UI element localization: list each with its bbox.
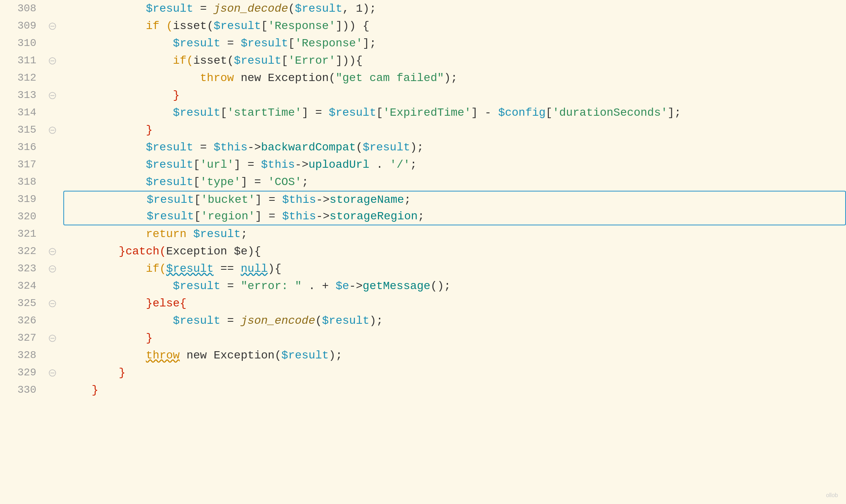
token: 'bucket' <box>201 191 255 208</box>
token: $result <box>281 347 329 364</box>
token: return <box>146 225 187 243</box>
line-number: 325 <box>0 295 40 312</box>
token: 'durationSeconds' <box>552 104 668 121</box>
token: $result <box>173 312 221 329</box>
token: ]; <box>363 35 376 52</box>
token: $result <box>146 139 194 156</box>
gutter-marker <box>44 364 60 381</box>
code-line: return $result; <box>65 225 846 243</box>
token: ( <box>329 69 335 87</box>
token: $result <box>166 260 214 277</box>
indent <box>65 35 173 52</box>
token: 'Error' <box>288 52 336 69</box>
token: [ <box>193 156 200 173</box>
line-number: 317 <box>0 156 40 173</box>
line-number: 309 <box>0 17 40 35</box>
token: "error: " <box>241 277 302 295</box>
code-line: throw new Exception("get cam failed"); <box>65 69 846 87</box>
token: Exception <box>214 347 275 364</box>
code-line: }else{ <box>65 295 846 312</box>
token: ] = <box>302 104 329 121</box>
line-number: 323 <box>0 260 40 277</box>
code-line: $result = "error: " . + $e->getMessage()… <box>65 277 846 295</box>
indent <box>65 191 147 208</box>
token: if( <box>146 260 166 277</box>
token: [ <box>261 17 268 35</box>
line-number: 313 <box>0 87 40 104</box>
indent <box>65 329 146 347</box>
gutter-marker <box>44 17 60 35</box>
indent <box>65 208 147 225</box>
token: $result <box>295 0 342 17</box>
gutter-marker <box>44 295 60 312</box>
indent <box>65 243 119 260</box>
token: ( <box>227 52 234 69</box>
code-line: $result = json_decode($result, 1); <box>65 0 846 17</box>
token: [ <box>288 35 295 52</box>
indent <box>65 17 146 35</box>
token <box>186 225 193 243</box>
gutter-marker <box>44 277 60 295</box>
token: 'Response' <box>268 17 335 35</box>
token: 'startTime' <box>227 104 302 121</box>
token: json_encode <box>241 312 315 329</box>
token: ] = <box>255 208 282 225</box>
token: $this <box>282 191 316 208</box>
token: $result <box>147 208 194 225</box>
line-number: 329 <box>0 364 40 381</box>
token: ] = <box>234 156 261 173</box>
token: 'type' <box>200 173 241 191</box>
code-line: $result = $result['Response']; <box>65 35 846 52</box>
token: ); <box>369 312 383 329</box>
code-editor: 3083093103113123133143153163173183193203… <box>0 0 846 504</box>
token: ])){ <box>335 52 363 69</box>
token: ; <box>302 173 308 191</box>
code-line: $result['url'] = $this->uploadUrl . '/'; <box>65 156 846 173</box>
token: throw <box>146 347 180 364</box>
token: ){ <box>268 260 281 277</box>
token: ( <box>207 17 214 35</box>
line-number: 315 <box>0 121 40 139</box>
indent <box>65 0 146 17</box>
indent <box>65 277 173 295</box>
token: } <box>119 364 125 381</box>
indent <box>65 225 146 243</box>
token: ; <box>410 156 417 173</box>
token: 'COS' <box>268 173 302 191</box>
code-line: } <box>65 329 846 347</box>
token: $this <box>261 156 295 173</box>
token: $result <box>234 52 281 69</box>
token: backwardCompat <box>261 139 356 156</box>
gutter-marker <box>44 260 60 277</box>
code-line: if(isset($result['Error'])){ <box>65 52 846 69</box>
token: ] = <box>241 173 268 191</box>
code-line: $result['type'] = 'COS'; <box>65 173 846 191</box>
token: uploadUrl <box>308 156 369 173</box>
token: '/' <box>390 156 410 173</box>
token: storageName <box>329 191 404 208</box>
token: 'ExpiredTime' <box>383 104 471 121</box>
token: ])) { <box>335 17 369 35</box>
line-number: 316 <box>0 139 40 156</box>
token: } <box>173 87 180 104</box>
indent <box>65 69 200 87</box>
token: ; <box>418 208 425 225</box>
gutter-marker <box>44 312 60 329</box>
token: new <box>234 69 268 87</box>
token: [ <box>546 104 552 121</box>
token: 'Response' <box>295 35 363 52</box>
line-number: 322 <box>0 243 40 260</box>
token: -> <box>316 191 330 208</box>
token: $result <box>322 312 370 329</box>
gutter-marker <box>44 104 60 121</box>
token: $config <box>498 104 546 121</box>
code-line: $result['startTime'] = $result['ExpiredT… <box>65 104 846 121</box>
token: Exception <box>166 243 227 260</box>
code-area[interactable]: $result = json_decode($result, 1); if (i… <box>60 0 846 504</box>
token: $result <box>173 104 221 121</box>
token: null <box>241 260 268 277</box>
token: }catch( <box>119 243 166 260</box>
gutter-marker <box>44 381 60 399</box>
gutter-marker <box>44 156 60 173</box>
token: if ( <box>146 17 173 35</box>
